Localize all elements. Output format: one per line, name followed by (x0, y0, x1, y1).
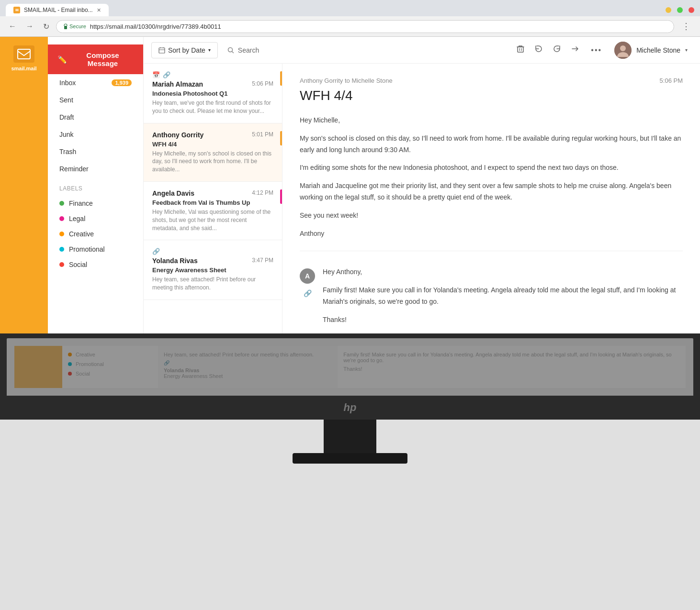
logo-icon (13, 45, 34, 63)
labels-section-header: Labels (48, 177, 143, 196)
redo-icon (553, 44, 561, 53)
close-button[interactable]: ✕ (689, 7, 694, 13)
redo-button[interactable] (549, 41, 565, 59)
nav-sent[interactable]: Sent (48, 91, 143, 109)
social-label: Social (69, 261, 87, 268)
email-item-4-icons: 🔗 (152, 248, 273, 255)
email-item-2[interactable]: Anthony Gorrity 5:01 PM WFH 4/4 Hey Mich… (144, 123, 282, 182)
email-subject-title: WFH 4/4 (300, 88, 683, 103)
undo-icon (534, 44, 543, 53)
maximize-button[interactable]: ▢ (677, 7, 683, 13)
label-promotional[interactable]: Promotional (48, 242, 143, 257)
inbox-badge: 1,939 (112, 79, 132, 86)
address-bar[interactable]: Secure https://smail.mail/10300/nrgdrive… (56, 20, 674, 33)
email-item-2-sender: Anthony Gorrity (152, 131, 203, 139)
legal-label: Legal (69, 215, 85, 222)
creative-label: Creative (69, 230, 94, 238)
undo-button[interactable] (531, 41, 547, 59)
user-avatar (614, 42, 632, 59)
reply-sidebar: A 🔗 (300, 266, 315, 332)
label-finance[interactable]: Finance (48, 196, 143, 211)
email-body: Hey Michelle, My son's school is closed … (300, 115, 683, 239)
search-label: Search (238, 46, 259, 54)
svg-rect-2 (159, 48, 165, 53)
monitor-bezel-bottom: Creative Promotional Social Hey team, se… (0, 333, 700, 396)
sort-button[interactable]: Sort by Date ▾ (151, 42, 218, 58)
body-p6: Anthony (300, 228, 683, 240)
social-dot (59, 262, 64, 267)
user-area[interactable]: Michelle Stone ▾ (610, 39, 692, 62)
monitor-reflection: Creative Promotional Social Hey team, se… (7, 338, 693, 396)
search-icon (227, 47, 234, 54)
label-legal[interactable]: Legal (48, 211, 143, 226)
minimize-button[interactable]: — (666, 7, 671, 13)
email-item-4-preview: Hey team, see attached! Print before our… (152, 276, 273, 292)
finance-dot (59, 201, 64, 206)
email-item-4[interactable]: 🔗 Yolanda Rivas 3:47 PM Energy Awareness… (144, 240, 282, 300)
body-p4: Mariah and Jacqueline got me their prior… (300, 180, 683, 203)
email-content-panel: Anthony Gorrity to Michelle Stone 5:06 P… (282, 64, 700, 333)
creative-dot (59, 232, 64, 236)
svg-point-6 (620, 45, 626, 51)
main-content: Sort by Date ▾ Search ••• (144, 37, 700, 333)
nav-inbox[interactable]: Inbox 1,939 (48, 74, 143, 91)
svg-rect-0 (64, 26, 67, 29)
reply-body: Hey Anthony, Family first! Make sure you… (323, 266, 683, 332)
reflection-email-body: Family first! Make sure you call in for … (338, 346, 686, 388)
app-container: smail.mail ✏️ Compose Message Inbox 1,93… (0, 37, 700, 333)
email-item-1-subject: Indonesia Photoshoot Q1 (152, 90, 273, 97)
nav-panel: ✏️ Compose Message Inbox 1,939 Sent Draf… (48, 37, 144, 333)
nav-draft[interactable]: Draft (48, 109, 143, 126)
email-divider (300, 251, 683, 251)
back-button[interactable]: ← (6, 20, 19, 33)
link-icon-2: 🔗 (152, 248, 160, 255)
email-item-2-time: 5:01 PM (252, 131, 273, 138)
email-item-4-header: Yolanda Rivas 3:47 PM (152, 257, 273, 265)
window-controls: — ▢ ✕ (666, 7, 694, 13)
nav-junk[interactable]: Junk (48, 126, 143, 143)
tab-title: SMAIL.MAIL - Email inbo... (24, 7, 93, 13)
delete-button[interactable] (512, 41, 529, 59)
email-item-4-sender: Yolanda Rivas (152, 257, 198, 265)
reply-p2: Family first! Make sure you call in for … (323, 285, 683, 308)
email-meta: Anthony Gorrity to Michelle Stone 5:06 P… (300, 77, 683, 84)
nav-trash-label: Trash (59, 148, 76, 155)
nav-trash[interactable]: Trash (48, 143, 143, 160)
label-social[interactable]: Social (48, 257, 143, 272)
email-item-3-accent (280, 189, 282, 204)
email-item-1-time: 5:06 PM (252, 80, 273, 87)
forward-email-button[interactable] (567, 41, 583, 59)
sidebar-logo: smail.mail (0, 37, 48, 80)
forward-button[interactable]: → (23, 20, 36, 33)
compose-icon: ✏️ (57, 55, 67, 64)
nav-reminder[interactable]: Reminder (48, 160, 143, 177)
svg-rect-1 (18, 49, 30, 59)
email-item-1-icons: 📅 🔗 (152, 71, 273, 78)
compose-button[interactable]: ✏️ Compose Message (48, 44, 143, 74)
more-options-button[interactable]: ••• (585, 42, 608, 58)
email-list: 📅 🔗 Mariah Almazan 5:06 PM Indonesia Pho… (144, 64, 282, 333)
search-button[interactable]: Search (220, 43, 267, 58)
nav-draft-label: Draft (59, 113, 74, 121)
email-item-3-preview: Hey Michelle, Val was questioning some o… (152, 208, 273, 232)
body-p5: See you next week! (300, 210, 683, 222)
email-item-2-header: Anthony Gorrity 5:01 PM (152, 131, 273, 139)
email-item-1[interactable]: 📅 🔗 Mariah Almazan 5:06 PM Indonesia Pho… (144, 64, 282, 123)
browser-tab[interactable]: ✉ SMAIL.MAIL - Email inbo... ✕ (6, 4, 109, 16)
label-creative[interactable]: Creative (48, 226, 143, 242)
nav-sent-label: Sent (59, 96, 73, 104)
email-from-to: Anthony Gorrity to Michelle Stone (300, 77, 393, 84)
email-item-3[interactable]: Angela Davis 4:12 PM Feedback from Val i… (144, 182, 282, 240)
email-meta-time: 5:06 PM (660, 77, 683, 84)
email-item-1-preview: Hey team, we've got the first round of s… (152, 99, 273, 115)
body-p3: I'm editing some shots for the new Indon… (300, 162, 683, 174)
calendar-attach-icon: 📅 (152, 71, 160, 78)
browser-menu-button[interactable]: ⋮ (678, 19, 694, 33)
tab-close-btn[interactable]: ✕ (97, 7, 101, 13)
sort-label: Sort by Date (168, 46, 205, 54)
refresh-button[interactable]: ↻ (40, 20, 52, 33)
reply-p1: Hey Anthony, (323, 266, 683, 278)
nav-reminder-label: Reminder (59, 165, 89, 173)
email-item-2-accent (280, 131, 282, 145)
finance-label: Finance (69, 200, 93, 207)
